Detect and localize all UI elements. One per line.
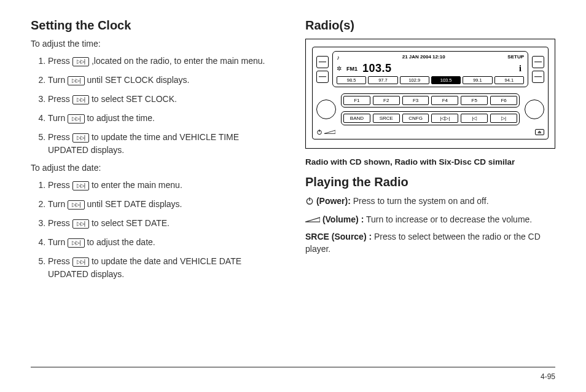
control-button: |◁▷| xyxy=(431,114,458,123)
step-text: Turn xyxy=(48,199,68,209)
step-text: to select SET DATE. xyxy=(89,218,170,228)
manual-page: Setting the Clock To adjust the time: Pr… xyxy=(0,0,586,392)
preset-cell: 99.1 xyxy=(463,76,492,84)
control-button: SRCE xyxy=(373,114,400,123)
step-item: Press ▷▷| ,located on the radio, to ente… xyxy=(48,55,281,68)
intro-date: To adjust the date: xyxy=(31,163,281,173)
menu-button-icon: ▷▷| xyxy=(72,95,89,104)
power-text: Press to turn the system on and off. xyxy=(351,196,489,206)
menu-button-icon: ▷▷| xyxy=(68,76,84,85)
step-text: to enter the main menu. xyxy=(89,180,182,190)
svg-marker-5 xyxy=(305,218,320,222)
control-button: BAND xyxy=(343,114,370,123)
footer-rule xyxy=(31,367,555,367)
page-number: 4-95 xyxy=(541,372,555,381)
f-keys-row: F1F2F3F4F5F6 xyxy=(341,93,520,108)
step-text: ,located on the radio, to enter the main… xyxy=(89,56,265,66)
step-text: Turn xyxy=(48,113,68,123)
f-key-button: F4 xyxy=(431,96,458,105)
radio-top-row: ♪ 21 JAN 2004 12:10 SETUP ✲ FM1 103.5 i xyxy=(316,51,544,87)
side-button-icon xyxy=(316,56,329,68)
menu-button-icon: ▷▷| xyxy=(68,238,84,248)
step-item: Turn ▷▷| to adjust the time. xyxy=(48,112,281,125)
srce-paragraph: SRCE (Source) : Press to select between … xyxy=(305,231,555,255)
f-key-button: F1 xyxy=(343,96,370,105)
control-button: ▷| xyxy=(490,114,517,123)
heading-playing-radio: Playing the Radio xyxy=(305,175,555,189)
side-button-icon xyxy=(532,56,544,68)
button-rows: F1F2F3F4F5F6 BANDSRCECNFG|◁▷||◁▷| xyxy=(341,93,520,125)
step-text: to select SET CLOCK. xyxy=(89,94,177,104)
step-item: Turn ▷▷| until SET DATE displays. xyxy=(48,198,281,211)
intro-time: To adjust the time: xyxy=(31,39,281,49)
step-text: Turn xyxy=(48,75,68,85)
power-paragraph: (Power): Press to turn the system on and… xyxy=(305,195,555,209)
step-text: Press xyxy=(48,132,72,142)
step-text: Turn xyxy=(48,237,68,247)
left-knob-icon xyxy=(316,100,336,119)
two-column-layout: Setting the Clock To adjust the time: Pr… xyxy=(31,18,555,287)
f-key-button: F2 xyxy=(373,96,400,105)
step-item: Press ▷▷| to update the time and VEHICLE… xyxy=(48,131,281,157)
volume-paragraph: (Volume) : Turn to increase or to decrea… xyxy=(305,214,555,227)
step-text: Press xyxy=(48,218,72,228)
step-text: Press xyxy=(48,94,72,104)
f-key-button: F5 xyxy=(461,96,488,105)
preset-cell: 102.9 xyxy=(400,76,429,84)
volume-wedge-icon xyxy=(305,214,320,227)
display-datetime: 21 JAN 2004 12:10 xyxy=(402,54,445,61)
display-frequency: 103.5 xyxy=(362,62,392,75)
power-icon xyxy=(305,197,314,209)
f-key-button: F6 xyxy=(490,96,517,105)
volume-text: Turn to increase or to decrease the volu… xyxy=(364,214,532,224)
control-button: |◁ xyxy=(461,114,488,123)
svg-marker-2 xyxy=(324,130,335,133)
left-side-buttons xyxy=(316,51,329,87)
display-presets-row: 98.597.7102.9103.599.194.1 xyxy=(337,76,524,84)
radio-footer-row: ⏏ xyxy=(316,129,544,135)
power-label: (Power): xyxy=(316,196,351,206)
step-item: Turn ▷▷| to adjust the date. xyxy=(48,236,281,249)
step-text: Press xyxy=(48,56,72,66)
step-text: Press xyxy=(48,256,72,266)
step-item: Press ▷▷| to update the date and VEHICLE… xyxy=(48,255,281,281)
step-text: to adjust the time. xyxy=(85,113,155,123)
menu-button-icon: ▷▷| xyxy=(72,181,89,190)
step-item: Press ▷▷| to select SET DATE. xyxy=(48,217,281,230)
heading-setting-clock: Setting the Clock xyxy=(31,18,281,33)
right-knob-icon xyxy=(525,100,544,119)
srce-label: SRCE (Source) : xyxy=(305,232,372,241)
step-item: Turn ▷▷| until SET CLOCK displays. xyxy=(48,74,281,87)
radio-illustration-frame: ♪ 21 JAN 2004 12:10 SETUP ✲ FM1 103.5 i xyxy=(305,39,555,149)
heading-radios: Radio(s) xyxy=(305,18,555,33)
menu-button-icon: ▷▷| xyxy=(72,257,89,267)
radio-body: ♪ 21 JAN 2004 12:10 SETUP ✲ FM1 103.5 i xyxy=(312,47,549,139)
right-column: Radio(s) ♪ 21 JAN 2004 12:10 SETU xyxy=(305,18,555,287)
preset-cell: 98.5 xyxy=(337,76,366,84)
radio-bottom-row: F1F2F3F4F5F6 BANDSRCECNFG|◁▷||◁▷| xyxy=(316,93,544,125)
power-volume-symbols xyxy=(316,129,335,135)
music-note-icon: ♪ xyxy=(337,54,340,61)
step-item: Press ▷▷| to select SET CLOCK. xyxy=(48,93,281,106)
power-icon xyxy=(316,129,322,135)
steps-date-list: Press ▷▷| to enter the main menu.Turn ▷▷… xyxy=(31,179,281,281)
menu-button-icon: ▷▷| xyxy=(68,200,84,210)
menu-button-icon: ▷▷| xyxy=(72,219,89,229)
right-side-buttons xyxy=(532,51,544,87)
radio-display: ♪ 21 JAN 2004 12:10 SETUP ✲ FM1 103.5 i xyxy=(332,51,528,87)
menu-button-icon: ▷▷| xyxy=(68,114,84,123)
step-text: to adjust the date. xyxy=(85,237,155,247)
left-column: Setting the Clock To adjust the time: Pr… xyxy=(31,18,281,287)
illustration-caption: Radio with CD shown, Radio with Six-Disc… xyxy=(305,157,555,167)
menu-button-icon: ▷▷| xyxy=(72,57,89,66)
step-text: Press xyxy=(48,180,72,190)
step-text: until SET CLOCK displays. xyxy=(85,75,190,85)
eject-icon: ⏏ xyxy=(535,129,544,135)
side-button-icon xyxy=(532,71,544,83)
info-icon: i xyxy=(517,64,524,74)
menu-button-icon: ▷▷| xyxy=(72,133,89,143)
control-row: BANDSRCECNFG|◁▷||◁▷| xyxy=(341,111,520,125)
step-text: until SET DATE displays. xyxy=(85,199,182,209)
display-band: FM1 xyxy=(346,66,357,72)
steps-time-list: Press ▷▷| ,located on the radio, to ente… xyxy=(31,55,281,157)
